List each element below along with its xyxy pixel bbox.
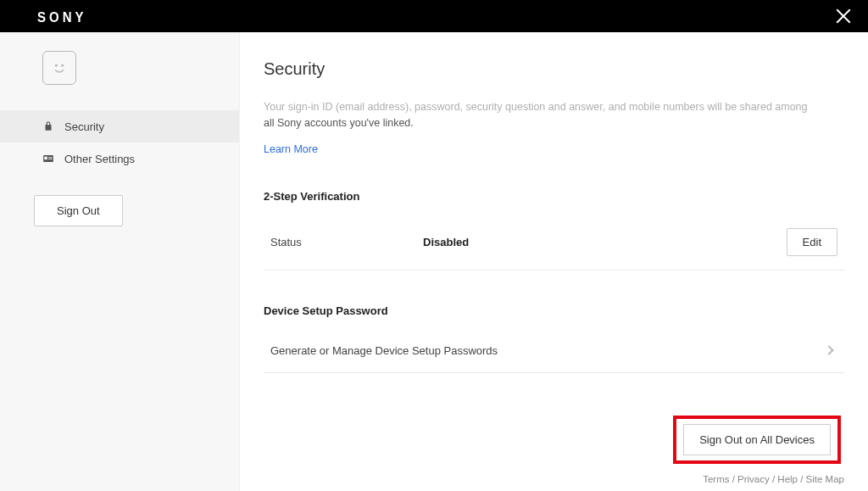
id-card-icon: [42, 153, 56, 165]
app-header: SONY: [0, 0, 868, 32]
description-faded: Your sign-in ID (email address), passwor…: [264, 99, 844, 115]
footer-help-link[interactable]: Help: [777, 474, 798, 484]
status-label: Status: [270, 236, 423, 248]
svg-point-1: [61, 64, 64, 67]
svg-rect-3: [44, 157, 47, 160]
footer-sitemap-link[interactable]: Site Map: [806, 474, 844, 484]
description-text: Your sign-in ID (email address), passwor…: [264, 99, 844, 131]
sidebar: Security Other Settings Sign Out: [0, 32, 240, 491]
chevron-right-icon: [824, 345, 833, 354]
close-icon[interactable]: [836, 8, 851, 24]
lock-icon: [42, 120, 56, 132]
learn-more-link[interactable]: Learn More: [264, 143, 318, 155]
description-line: all Sony accounts you've linked.: [264, 115, 844, 131]
sidebar-item-security[interactable]: Security: [0, 110, 239, 142]
svg-point-0: [55, 64, 58, 67]
sign-out-button[interactable]: Sign Out: [34, 195, 123, 226]
footer-privacy-link[interactable]: Privacy: [737, 474, 770, 484]
sidebar-item-label: Other Settings: [64, 153, 135, 165]
sidebar-item-label: Security: [64, 120, 104, 133]
main-content: Security Your sign-in ID (email address)…: [240, 32, 868, 491]
highlight-box: Sign Out on All Devices: [673, 416, 841, 464]
svg-rect-4: [48, 157, 53, 158]
section-heading-device: Device Setup Password: [264, 304, 844, 317]
status-value: Disabled: [423, 236, 787, 248]
avatar[interactable]: [42, 51, 76, 85]
page-title: Security: [264, 59, 844, 79]
footer-terms-link[interactable]: Terms: [703, 474, 729, 484]
sidebar-item-other-settings[interactable]: Other Settings: [0, 142, 239, 175]
section-heading-2sv: 2-Step Verification: [264, 190, 844, 203]
sign-out-all-devices-button[interactable]: Sign Out on All Devices: [683, 424, 831, 455]
smiley-icon: [50, 59, 69, 77]
edit-button[interactable]: Edit: [787, 228, 837, 256]
nav-list: Security Other Settings: [0, 110, 239, 175]
device-setup-label: Generate or Manage Device Setup Password…: [270, 344, 498, 357]
brand-logo: SONY: [37, 8, 87, 25]
two-step-status-row: Status Disabled Edit: [264, 215, 844, 271]
svg-rect-5: [48, 159, 53, 159]
device-setup-row[interactable]: Generate or Manage Device Setup Password…: [264, 329, 844, 373]
footer-links: Terms / Privacy / Help / Site Map: [703, 474, 844, 484]
